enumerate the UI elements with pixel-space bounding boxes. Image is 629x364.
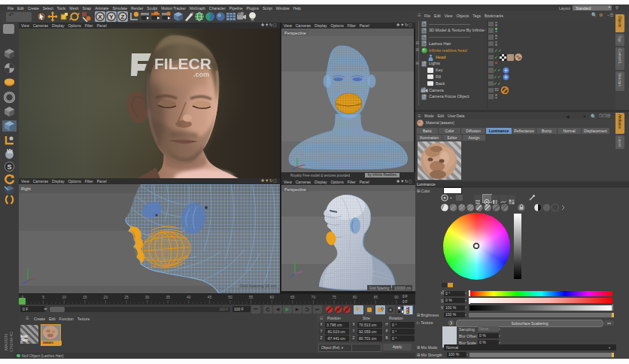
svg-text:Perspective: Perspective xyxy=(284,187,306,192)
svg-text:50: 50 xyxy=(228,295,232,299)
svg-text:90: 90 xyxy=(394,295,399,299)
svg-text:5: 5 xyxy=(42,295,44,299)
svg-text:80: 80 xyxy=(353,295,357,299)
svg-text:15: 15 xyxy=(83,295,87,299)
svg-text:20: 20 xyxy=(104,295,108,299)
svg-text:.com: .com xyxy=(193,71,209,78)
svg-text:45: 45 xyxy=(208,295,212,299)
svg-text:65: 65 xyxy=(290,295,295,299)
svg-text:35: 35 xyxy=(166,295,170,299)
svg-text:55: 55 xyxy=(249,295,254,299)
svg-text:Grid Spacing 10 cm: Grid Spacing 10 cm xyxy=(240,284,277,288)
svg-text:85: 85 xyxy=(373,295,378,299)
svg-text:Right: Right xyxy=(21,187,31,191)
svg-text:25: 25 xyxy=(124,295,129,299)
svg-text:10: 10 xyxy=(62,295,66,299)
svg-text:FILECR: FILECR xyxy=(154,55,211,72)
svg-text:60: 60 xyxy=(269,295,274,299)
svg-text:Y: Y xyxy=(109,14,114,20)
svg-text:100000 cm: 100000 cm xyxy=(394,287,412,290)
svg-text:Grid Spacing :: Grid Spacing : xyxy=(369,287,391,290)
svg-text:S: S xyxy=(7,163,11,171)
svg-text:Perspective: Perspective xyxy=(284,31,306,35)
svg-text:Z: Z xyxy=(121,14,125,20)
svg-text:75: 75 xyxy=(332,295,336,299)
svg-text:30: 30 xyxy=(145,295,150,299)
svg-text:40: 40 xyxy=(187,295,191,299)
svg-text:70: 70 xyxy=(311,295,316,299)
svg-text:X: X xyxy=(98,14,102,20)
